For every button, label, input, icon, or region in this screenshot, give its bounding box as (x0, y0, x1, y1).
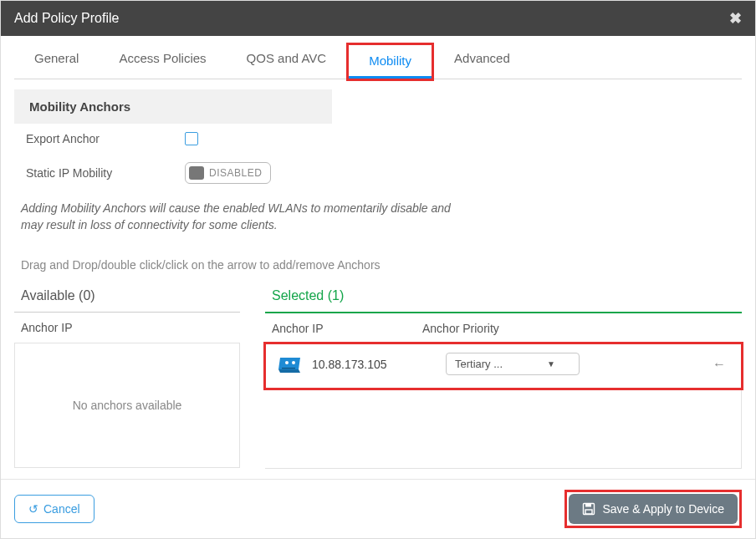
tab-mobility[interactable]: Mobility (349, 45, 432, 79)
svg-marker-0 (278, 358, 300, 369)
save-label: Save & Apply to Device (602, 502, 724, 516)
remove-arrow-icon[interactable]: ← (707, 357, 731, 372)
selected-subheader: Anchor IP Anchor Priority (265, 313, 742, 343)
tab-general[interactable]: General (14, 43, 99, 79)
available-col-ip: Anchor IP (21, 321, 171, 334)
selected-list-area: 10.88.173.105 Tertiary ... ▼ ← (265, 343, 742, 469)
svg-rect-6 (585, 504, 591, 507)
dialog-title: Add Policy Profile (14, 11, 119, 26)
toggle-static-ip-mobility[interactable]: DISABLED (185, 162, 271, 184)
available-column: Available (0) Anchor IP No anchors avail… (14, 280, 240, 469)
highlight-frame-save: Save & Apply to Device (564, 490, 742, 528)
toggle-knob (189, 166, 204, 180)
cancel-label: Cancel (43, 502, 80, 516)
dialog-footer: ↺ Cancel Save & Apply to Device (1, 479, 755, 538)
selected-header: Selected (1) (265, 280, 742, 313)
undo-icon: ↺ (28, 502, 38, 516)
available-list[interactable]: No anchors available (14, 343, 240, 468)
chevron-down-icon: ▼ (547, 359, 555, 369)
cancel-button[interactable]: ↺ Cancel (14, 495, 94, 523)
label-static-ip-mobility: Static IP Mobility (26, 166, 185, 180)
warning-text: Adding Mobility Anchors will cause the e… (14, 197, 483, 236)
drag-drop-hint: Drag and Drop/double click/click on the … (14, 236, 742, 280)
svg-marker-1 (278, 369, 300, 373)
dialog-header: Add Policy Profile ✖ (1, 1, 755, 36)
available-subheader: Anchor IP (14, 313, 240, 343)
tab-qos-avc[interactable]: QOS and AVC (227, 43, 347, 79)
selected-column: Selected (1) Anchor IP Anchor Priority (265, 280, 742, 469)
section-title-mobility-anchors: Mobility Anchors (14, 89, 332, 124)
row-static-ip-mobility: Static IP Mobility DISABLED (14, 154, 742, 192)
highlight-frame-tab: Mobility (346, 43, 434, 81)
toggle-state-text: DISABLED (209, 167, 262, 179)
label-export-anchor: Export Anchor (26, 132, 185, 145)
anchor-ip: 10.88.173.105 (312, 358, 437, 371)
checkbox-export-anchor[interactable] (185, 132, 198, 145)
row-export-anchor: Export Anchor (14, 124, 742, 154)
svg-point-3 (285, 361, 289, 364)
available-empty-text: No anchors available (73, 399, 182, 412)
svg-rect-7 (585, 510, 592, 514)
selected-list[interactable]: 10.88.173.105 Tertiary ... ▼ ← (265, 343, 742, 469)
save-icon (582, 502, 595, 516)
dialog-body: General Access Policies QOS and AVC Mobi… (1, 36, 755, 479)
anchor-row[interactable]: 10.88.173.105 Tertiary ... ▼ ← (265, 344, 741, 384)
tab-access-policies[interactable]: Access Policies (99, 43, 226, 79)
anchor-priority-select[interactable]: Tertiary ... ▼ (446, 353, 580, 375)
available-header: Available (0) (14, 280, 240, 313)
anchors-columns: Available (0) Anchor IP No anchors avail… (14, 280, 742, 469)
tab-advanced[interactable]: Advanced (434, 43, 530, 79)
save-apply-button[interactable]: Save & Apply to Device (569, 494, 738, 524)
selected-col-ip: Anchor IP (272, 322, 422, 335)
anchor-priority-value: Tertiary ... (455, 358, 503, 370)
device-icon (275, 354, 304, 374)
svg-rect-2 (282, 368, 295, 369)
svg-point-4 (292, 361, 295, 364)
tab-bar: General Access Policies QOS and AVC Mobi… (14, 43, 742, 79)
selected-col-priority: Anchor Priority (422, 322, 735, 335)
close-icon[interactable]: ✖ (729, 9, 742, 28)
